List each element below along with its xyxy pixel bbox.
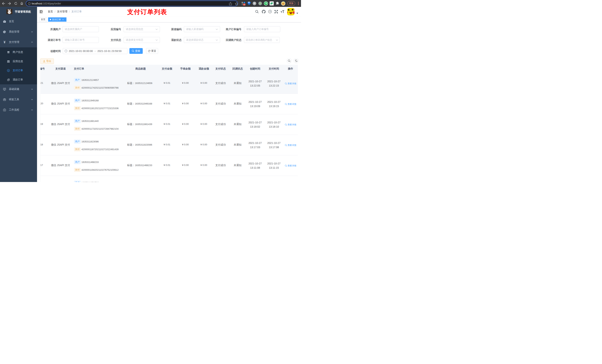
svg-text:?: ?	[269, 10, 270, 13]
svg-text:10: 10	[243, 3, 245, 5]
svg-text:¥: ¥	[8, 70, 9, 71]
svg-text:⌘: ⌘	[253, 2, 256, 5]
